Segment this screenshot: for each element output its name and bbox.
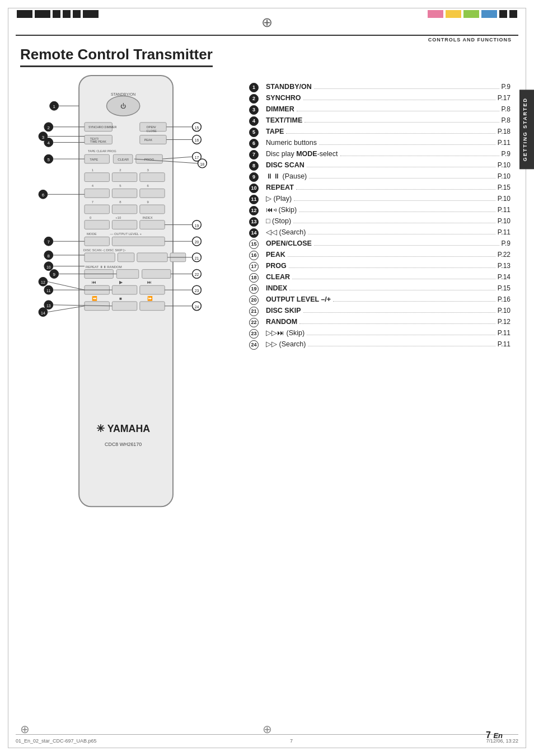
svg-text:23: 23: [195, 289, 199, 293]
svg-text:13: 13: [46, 304, 51, 308]
func-dots: [288, 256, 495, 257]
top-bar-left-blocks: [17, 10, 99, 18]
func-page: P.9: [502, 151, 510, 157]
func-number: 12: [249, 206, 264, 215]
func-page: P.9: [502, 83, 510, 90]
func-name: STANDBY/ON: [266, 83, 312, 91]
svg-text:DISC SCAN  ◁  DISC SKIP  ▷: DISC SCAN ◁ DISC SKIP ▷: [83, 248, 126, 252]
func-name: PROG: [266, 262, 287, 270]
func-dots: [314, 88, 499, 89]
func-number: 5: [249, 128, 264, 137]
func-number: 10: [249, 184, 264, 193]
bar-block-s2: [509, 10, 517, 18]
func-page: P.11: [498, 341, 510, 348]
bar-block-s1: [499, 10, 507, 18]
footer-center: 7: [290, 738, 293, 744]
top-crosshair-icon: ⊕: [261, 15, 273, 30]
func-name: OPEN/CLOSE: [266, 240, 312, 247]
footer-left: 01_En_02_star_CDC-697_UAB.p65: [16, 738, 97, 744]
svg-text:18: 18: [200, 162, 205, 166]
func-dots: [305, 122, 499, 123]
func-page: P.22: [498, 251, 510, 258]
func-dots: [303, 100, 495, 100]
svg-text:5: 5: [48, 157, 50, 162]
function-item: 9⏸⏸ (Pause)P.10: [249, 172, 510, 182]
function-item: 10REPEATP.15: [249, 184, 510, 193]
function-item: 17PROGP.13: [249, 262, 510, 271]
function-list-container: 1STANDBY/ONP.92SYNCHROP.173DIMMERP.84TEX…: [249, 83, 510, 351]
svg-text:22: 22: [195, 273, 199, 276]
func-page: P.10: [498, 307, 510, 314]
func-page: P.10: [498, 195, 510, 202]
func-name: DIMMER: [266, 106, 294, 113]
bar-block-yellow: [446, 10, 461, 18]
page-title: Remote Control Transmitter: [20, 46, 213, 67]
svg-text:PEAK: PEAK: [144, 138, 153, 142]
func-number: 15: [249, 240, 264, 249]
func-name: PEAK: [266, 251, 285, 259]
function-item: 24▷▷ (Search)P.11: [249, 340, 510, 350]
svg-rect-51: [118, 253, 134, 262]
svg-text:CLOSE: CLOSE: [147, 129, 157, 133]
function-item: 4TEXT/TIMEP.8: [249, 116, 510, 126]
func-number: 17: [249, 262, 264, 271]
svg-rect-57: [142, 270, 171, 279]
svg-text:16: 16: [195, 138, 199, 142]
func-dots: [308, 234, 495, 234]
svg-text:+10: +10: [115, 216, 121, 219]
svg-text:7: 7: [92, 200, 93, 204]
func-number: 16: [249, 251, 264, 260]
function-item: 16PEAKP.22: [249, 251, 510, 260]
svg-text:15: 15: [195, 126, 199, 130]
func-dots: [333, 301, 495, 302]
getting-started-tab: GETTING STARTED: [519, 90, 534, 169]
top-bar-right-blocks: [428, 10, 517, 18]
func-dots: [299, 323, 495, 324]
svg-text:TIME   PEAK: TIME PEAK: [90, 140, 106, 143]
svg-rect-56: [116, 270, 139, 279]
function-item: 21DISC SKIPP.10: [249, 307, 510, 316]
svg-text:SYNCHRO  DIMMER: SYNCHRO DIMMER: [88, 125, 117, 129]
func-page: P.17: [498, 95, 510, 101]
remote-control-diagram: STANDBY/ON ⏻ SYNCHRO DIMMER OPEN/ CLOSE …: [17, 73, 241, 520]
svg-text:20: 20: [195, 240, 199, 244]
func-name: ▷▷ (Search): [266, 341, 306, 348]
func-number: 11: [249, 195, 264, 204]
svg-rect-43: [112, 220, 137, 229]
function-item: 6Numeric buttonsP.11: [249, 139, 510, 148]
func-name: Disc play MODE-select: [266, 151, 338, 158]
svg-rect-38: [140, 205, 165, 214]
svg-rect-42: [85, 220, 109, 229]
svg-text:2: 2: [48, 125, 50, 130]
svg-rect-69: [140, 302, 165, 311]
func-page: P.16: [498, 296, 510, 303]
func-dots: [293, 223, 495, 223]
svg-rect-26: [140, 173, 165, 182]
svg-text:OPEN/: OPEN/: [147, 125, 156, 129]
svg-rect-48: [112, 237, 165, 246]
svg-text:INDEX: INDEX: [143, 216, 153, 219]
svg-rect-37: [112, 205, 137, 214]
func-dots: [309, 178, 495, 179]
svg-text:⏻: ⏻: [120, 103, 126, 109]
function-item: 12⏮◁ (Skip)P.11: [249, 206, 510, 215]
bar-block-2: [35, 10, 50, 18]
svg-text:⏮: ⏮: [92, 280, 96, 285]
svg-rect-31: [112, 189, 137, 198]
func-number: 4: [249, 116, 264, 126]
func-number: 8: [249, 161, 264, 171]
svg-text:MODE: MODE: [87, 232, 97, 236]
func-page: P.10: [498, 162, 510, 168]
top-bar: ⊕: [0, 10, 534, 18]
function-item: 15OPEN/CLOSEP.9: [249, 240, 510, 249]
svg-text:10: 10: [46, 265, 51, 269]
func-number: 1: [249, 83, 264, 92]
svg-rect-52: [137, 253, 167, 262]
svg-text:1: 1: [92, 168, 93, 172]
func-number: 18: [249, 273, 264, 283]
func-number: 13: [249, 217, 264, 227]
svg-text:CLEAR: CLEAR: [118, 158, 129, 161]
svg-text:3: 3: [42, 135, 45, 140]
svg-text:▶: ▶: [119, 280, 123, 285]
func-dots: [307, 167, 495, 167]
